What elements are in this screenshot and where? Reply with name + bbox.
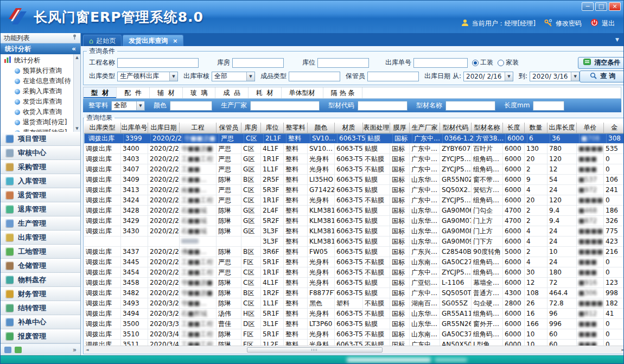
column-header-15[interactable]: 型材名称: [472, 123, 503, 133]
column-header-6[interactable]: 库房: [241, 123, 261, 133]
search-button[interactable]: 查 询: [580, 71, 624, 82]
column-header-4[interactable]: 工程: [180, 123, 217, 133]
table-row[interactable]: 调拨出库34822020/2/28华■■源■陈琳B区1R2F整料F8877FT6…: [84, 288, 624, 298]
color-input[interactable]: [170, 101, 212, 111]
date-from-picker[interactable]: 2020/ 2/16 ▼: [463, 72, 513, 81]
table-row[interactable]: 调拨出库35002020/3/3工■■工程曹佳D区3L1F整料LT3P60606…: [84, 319, 624, 329]
dropdown-arrow-icon[interactable]: ▼: [136, 101, 144, 110]
tree-item-1[interactable]: 预算执行查询: [4, 66, 73, 76]
table-row[interactable]: 调拨出库35102020/3/4工■■工程陈琳F区5R1F整料光身料6063-T…: [84, 329, 624, 340]
horizontal-scroll-thumb[interactable]: [247, 347, 383, 353]
manufacturer-input[interactable]: [250, 101, 320, 111]
sidebar-item-7[interactable]: 生产管理: [1, 216, 80, 231]
dropdown-arrow-icon[interactable]: ▼: [571, 72, 579, 81]
table-row[interactable]: 调拨出库34582020/2/28华■■源■陈琳C区4L1F整料光身料6063-…: [84, 278, 624, 288]
pin-icon[interactable]: [72, 34, 77, 42]
grid-icon[interactable]: [4, 347, 11, 353]
order-no-input[interactable]: [413, 58, 468, 68]
sidebar-item-6[interactable]: 退库管理: [1, 202, 80, 216]
maximize-button[interactable]: □: [595, 2, 607, 11]
profile-code-input[interactable]: [358, 101, 407, 111]
table-row[interactable]: 调拨出库34302020/2/26石■■城陈琳G区3L3F整料KLM381760…: [84, 226, 624, 237]
tab-close-icon[interactable]: ×: [173, 37, 177, 44]
sidebar-item-15[interactable]: 报废管理: [1, 329, 80, 343]
tab-list-caret-icon[interactable]: ▼: [615, 37, 619, 42]
material-tab-3[interactable]: 辅 材: [150, 87, 183, 98]
dropdown-arrow-icon[interactable]: ▼: [246, 72, 254, 81]
sidebar-item-8[interactable]: 出库管理: [1, 231, 80, 245]
radio-gongzhuang[interactable]: [472, 60, 479, 66]
table-row[interactable]: 调拨出库34282020/2/26石■■城陈琳G区2L4F整料KLM381760…: [84, 206, 624, 216]
column-header-16[interactable]: 长度: [503, 123, 525, 133]
column-header-7[interactable]: 库位: [261, 123, 284, 133]
profile-name-input[interactable]: [445, 101, 495, 111]
sidebar-item-12[interactable]: 财务管理: [1, 287, 80, 301]
material-tab-5[interactable]: 成 品: [215, 87, 249, 98]
scroll-up-icon[interactable]: ▲: [75, 55, 78, 60]
material-tab-6[interactable]: 耗 材: [249, 87, 282, 98]
sidebar-item-1[interactable]: 项目管理: [1, 132, 80, 146]
warehouse-input[interactable]: [232, 58, 284, 68]
audit-select[interactable]: 全部 ▼: [212, 72, 255, 81]
column-header-19[interactable]: 单价: [577, 123, 604, 133]
table-row[interactable]: 调拨出库34092020/2/25长■■…陈琳B区2R5F整料LI35HO606…: [84, 175, 624, 185]
location-input[interactable]: [317, 58, 369, 68]
column-header-17[interactable]: 数量: [525, 123, 547, 133]
tree-item-5[interactable]: 收货入库查询: [4, 107, 73, 117]
table-row[interactable]: 调拨出库34032020/2/25工■■工程严思G区1R1F整料光身料6063-…: [84, 154, 624, 164]
material-tab-1[interactable]: 型 材: [84, 87, 117, 98]
table-row[interactable]: 调拨出库34452020/2/27工■■工程严思F区5R1F整料光身料6063-…: [84, 257, 624, 267]
table-row[interactable]: 调拨出库35112020/3/4工■■工程陈琳F区1L2F整料光身料6063-T…: [84, 340, 624, 346]
sidebar-item-13[interactable]: 结转管理: [1, 301, 80, 315]
logout-link[interactable]: 退出: [602, 19, 615, 28]
table-row[interactable]: 调拨出库33992020/2/25华■■源■严思C区2L1F整料SV10…606…: [84, 133, 624, 144]
sidebar-item-5[interactable]: 退货管理: [1, 188, 80, 202]
sidebar-item-3[interactable]: 采购管理: [1, 160, 80, 174]
table-row[interactable]: 调拨出库34072020/2/25工■■严思G区1L1F整料光身料6063-T5…: [84, 164, 624, 175]
table-row[interactable]: 3L3F整料KLM38176063-T5贴膜国标山东华…GA90M09…门下方6…: [84, 237, 624, 247]
minimize-button[interactable]: ─: [582, 2, 594, 11]
tree-item-2[interactable]: 在途信息查询[待: [4, 76, 73, 86]
dropdown-arrow-icon[interactable]: ▼: [505, 72, 513, 81]
tree-item-4[interactable]: 发货出库查询: [4, 97, 73, 107]
table-row[interactable]: 调拨出库34242020/2/26工■■工程严思C区1R1F整料光身料6063-…: [84, 195, 624, 206]
table-row[interactable]: 调拨出库34942020/3/2石■辉城汤伟H区5R1F整料光身料6063-T5…: [84, 309, 624, 319]
column-header-9[interactable]: 颜色: [308, 123, 335, 133]
project-name-input[interactable]: [117, 58, 199, 68]
horizontal-scrollbar[interactable]: ◄ ►: [84, 346, 624, 353]
dropdown-arrow-icon[interactable]: ▼: [169, 72, 177, 81]
column-header-2[interactable]: 出库单号: [121, 123, 148, 133]
sidebar-item-11[interactable]: 物料盘存: [1, 273, 80, 287]
column-header-20[interactable]: 金: [604, 123, 624, 133]
column-header-5[interactable]: 保管员: [217, 123, 241, 133]
date-to-picker[interactable]: 2020/ 3/16 ▼: [530, 72, 580, 81]
tree-root-statistics[interactable]: 统计分析: [4, 55, 73, 66]
tree-item-3[interactable]: 采购入库查询: [4, 86, 73, 97]
column-header-12[interactable]: 膜厚: [390, 123, 410, 133]
length-input[interactable]: [533, 101, 564, 111]
scroll-left-icon[interactable]: ◄: [86, 348, 88, 352]
save-icon[interactable]: [15, 347, 22, 353]
clear-conditions-button[interactable]: 清空条件: [578, 57, 624, 69]
radio-jiazhuang[interactable]: [498, 60, 504, 66]
column-header-3[interactable]: 出库日期: [148, 123, 180, 133]
column-header-18[interactable]: 出库长度: [547, 123, 577, 133]
material-tab-7[interactable]: 单体型材: [282, 87, 323, 98]
table-row[interactable]: 调拨出库34002020/2/25华■■源■严思C区4L1F整料SV10…606…: [84, 144, 624, 154]
scroll-down-icon[interactable]: ▼: [75, 126, 78, 131]
collapse-icon[interactable]: «: [72, 45, 76, 53]
column-header-11[interactable]: 表面处理: [363, 123, 390, 133]
tab-home[interactable]: ⌂ 起始页: [83, 35, 122, 46]
tree-item-7[interactable]: 库存管理[待定]: [4, 127, 73, 132]
table-row[interactable]: 调拨出库34292020/2/26石■■城陈琳G区5R2F整料KLM381760…: [84, 216, 624, 226]
sidebar-item-2[interactable]: 审核中心: [1, 146, 80, 160]
sidebar-item-14[interactable]: 补单中心: [1, 315, 80, 329]
tree-scrollbar[interactable]: ▲ ▼: [73, 54, 80, 132]
scroll-right-icon[interactable]: ►: [622, 348, 624, 352]
column-header-1[interactable]: 出库类型: [84, 123, 121, 133]
table-row[interactable]: 调拨出库34542020/2/28工■■工程严思C区1R1F整料光身料6063-…: [84, 267, 624, 278]
material-tab-2[interactable]: 配 件: [117, 87, 150, 98]
table-row[interactable]: 调拨出库34132020/2/26南■■…严思C区5R3F整料G71422606…: [84, 185, 624, 195]
keeper-input[interactable]: [367, 72, 419, 81]
material-tab-4[interactable]: 玻 璃: [183, 87, 216, 98]
